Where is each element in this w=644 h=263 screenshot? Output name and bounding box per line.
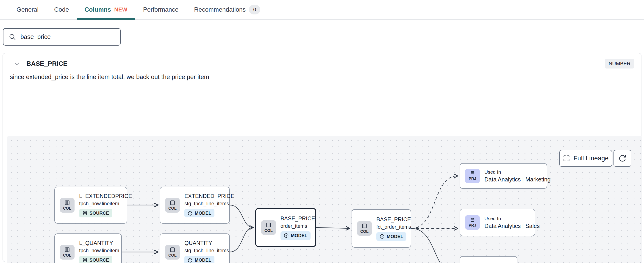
model-badge: MODEL (184, 209, 214, 217)
new-badge: NEW (114, 6, 128, 13)
tab-general[interactable]: General (9, 0, 46, 19)
node-title: L_EXTENDEDPRICE (79, 193, 132, 199)
columns-icon (64, 200, 70, 206)
search-box[interactable] (3, 28, 121, 46)
node-title: QUANTITY (184, 240, 212, 246)
used-in-label: Used In (484, 169, 501, 175)
database-icon (82, 258, 88, 263)
node-title: Data Analytics | Sales (484, 223, 540, 229)
recommendations-count-badge: 0 (249, 5, 260, 14)
columns-icon (266, 222, 272, 228)
model-badge: MODEL (184, 256, 214, 263)
lineage-node-extended-price[interactable]: COL EXTENDED_PRICE stg_tpch_line_items M… (160, 187, 230, 224)
lineage-node-base-price-use-variables[interactable]: COL BASE_PRICE use_variables MODEL (460, 256, 518, 263)
columns-icon (64, 247, 70, 253)
search-icon (8, 33, 16, 41)
lineage-node-l-extendedprice[interactable]: COL L_EXTENDEDPRICE tpch_now.lineitem SO… (54, 187, 127, 224)
column-chip: COL (165, 198, 180, 213)
lineage-node-quantity[interactable]: COL QUANTITY stg_tpch_line_items MODEL (160, 234, 230, 263)
cube-icon (188, 258, 193, 263)
archive-icon (470, 217, 475, 223)
columns-icon (170, 200, 176, 206)
node-subtitle: stg_tpch_line_items (184, 201, 229, 207)
tab-recommendations[interactable]: Recommendations 0 (186, 0, 268, 19)
lineage-node-used-in-sales[interactable]: PRJ Used In Data Analytics | Sales (460, 209, 535, 236)
column-panel: BASE_PRICE NUMBER since extended_price i… (2, 53, 642, 262)
cube-icon (188, 211, 193, 216)
edge-quantity-baseprice (230, 228, 253, 252)
edge-baseprice-fctorderitems (316, 228, 349, 228)
expand-icon (563, 155, 570, 162)
node-title: BASE_PRICE (280, 215, 315, 222)
columns-icon (170, 247, 176, 253)
column-chip: COL (60, 198, 74, 213)
refresh-icon (618, 154, 626, 162)
column-description: since extended_price is the line item to… (3, 68, 641, 81)
lineage-node-used-in-marketing[interactable]: PRJ Used In Data Analytics | Marketing (460, 163, 547, 189)
tab-code[interactable]: Code (46, 0, 77, 19)
column-type-badge: NUMBER (605, 59, 634, 68)
node-title: Data Analytics | Marketing (484, 176, 551, 183)
collapse-chevron-icon[interactable] (14, 61, 20, 67)
cube-icon (284, 233, 289, 238)
column-chip: COL (357, 221, 372, 236)
lineage-node-l-quantity[interactable]: COL L_QUANTITY tpch_now.lineitem SOURCE (54, 234, 122, 263)
column-name: BASE_PRICE (26, 60, 68, 67)
tab-bar: General Code Columns NEW Performance Rec… (0, 0, 644, 20)
full-lineage-button[interactable]: Full Lineage (559, 150, 612, 167)
column-header: BASE_PRICE NUMBER (3, 53, 641, 68)
tab-performance[interactable]: Performance (135, 0, 186, 19)
project-chip: PRJ (465, 215, 480, 230)
model-badge: MODEL (280, 231, 310, 240)
cube-icon (380, 234, 384, 239)
node-title: BASE_PRICE (376, 216, 411, 223)
node-subtitle: order_items (280, 223, 307, 229)
node-subtitle: stg_tpch_line_items (184, 248, 229, 254)
column-lineage-page: General Code Columns NEW Performance Rec… (0, 0, 644, 263)
lineage-node-base-price-order-items[interactable]: COL BASE_PRICE order_items MODEL (255, 208, 316, 247)
used-in-label: Used In (484, 216, 501, 221)
column-chip: COL (261, 220, 276, 235)
database-icon (82, 211, 88, 216)
archive-icon (470, 171, 475, 176)
lineage-node-base-price-fct-order-items[interactable]: COL BASE_PRICE fct_order_items MODEL (352, 209, 411, 248)
edge-fct-marketing (411, 176, 457, 228)
source-badge: SOURCE (79, 209, 112, 217)
lineage-canvas[interactable]: Full Lineage COL L_EXTENDEDPRICE tpch_no… (7, 136, 642, 263)
column-chip: COL (165, 245, 180, 260)
columns-icon (362, 223, 368, 229)
model-badge: MODEL (376, 232, 406, 241)
node-title: EXTENDED_PRICE (184, 193, 234, 199)
refresh-button[interactable] (614, 150, 632, 167)
column-chip: COL (60, 245, 74, 260)
node-subtitle: fct_order_items (376, 224, 411, 230)
node-subtitle: tpch_now.lineitem (79, 248, 119, 254)
source-badge: SOURCE (79, 256, 112, 263)
node-title: L_QUANTITY (79, 240, 113, 246)
search-input[interactable] (20, 33, 115, 40)
node-subtitle: tpch_now.lineitem (79, 201, 119, 207)
project-chip: PRJ (465, 169, 480, 183)
tab-columns[interactable]: Columns NEW (77, 0, 135, 19)
edge-fct-usevariables (411, 228, 457, 263)
